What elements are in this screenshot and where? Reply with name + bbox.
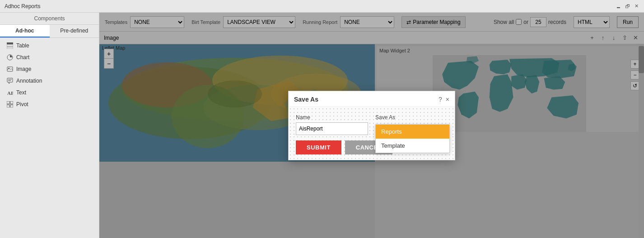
chart-icon (6, 54, 14, 61)
save-as-field-label: Save As (375, 114, 448, 121)
save-as-dropdown: Reports Template (375, 124, 450, 153)
dialog-title-bar: Save As ? × (289, 91, 455, 107)
dialog-title-icons: ? × (439, 96, 449, 103)
svg-rect-13 (10, 105, 13, 107)
svg-rect-10 (7, 101, 9, 104)
dialog-close-icon[interactable]: × (446, 96, 449, 103)
modal-overlay: Save As ? × Name Save As (99, 13, 644, 238)
sidebar-item-text[interactable]: AB Text (0, 87, 99, 98)
name-label: Name (296, 114, 368, 121)
name-input[interactable] (296, 122, 368, 135)
main-layout: Components Ad-hoc Pre-defined Table Char… (0, 13, 644, 238)
dialog-title: Save As (294, 96, 318, 103)
svg-rect-2 (7, 47, 13, 49)
dialog-saveas-section: Save As Reports Template (375, 114, 448, 135)
table-icon (6, 42, 14, 49)
svg-rect-6 (7, 78, 13, 82)
sidebar-items: Table Chart Image Annotation (0, 38, 99, 112)
sidebar-item-table[interactable]: Table (0, 40, 99, 51)
dialog-name-section: Name (296, 114, 368, 135)
svg-rect-0 (7, 42, 13, 44)
text-icon: AB (6, 89, 14, 96)
sidebar-tabs: Ad-hoc Pre-defined (0, 25, 99, 38)
save-as-option-reports[interactable]: Reports (376, 125, 449, 139)
svg-text:AB: AB (7, 90, 13, 96)
content-area: Templates NONE Birt Template LANDSCAPE V… (99, 13, 644, 238)
dialog-help-icon[interactable]: ? (439, 96, 442, 103)
annotation-icon (6, 77, 14, 84)
submit-button[interactable]: SUBMIT (296, 140, 341, 154)
minimize-icon[interactable]: 🗕 (615, 3, 621, 9)
sidebar-item-annotation[interactable]: Annotation (0, 75, 99, 87)
maximize-icon[interactable]: 🗗 (624, 3, 630, 9)
sidebar-item-chart[interactable]: Chart (0, 51, 99, 63)
pivot-icon (6, 101, 14, 108)
svg-rect-12 (7, 105, 9, 107)
title-bar-icons: 🗕 🗗 ✕ (615, 3, 639, 9)
tab-predefined[interactable]: Pre-defined (50, 25, 99, 37)
sidebar: Components Ad-hoc Pre-defined Table Char… (0, 13, 99, 238)
sidebar-header: Components (0, 13, 99, 25)
title-bar: Adhoc Reports 🗕 🗗 ✕ (0, 0, 644, 13)
app-title: Adhoc Reports (5, 3, 40, 9)
svg-rect-1 (7, 45, 13, 47)
save-as-dialog: Save As ? × Name Save As (288, 91, 455, 160)
tab-adhoc[interactable]: Ad-hoc (0, 25, 50, 37)
sidebar-item-pivot[interactable]: Pivot (0, 98, 99, 110)
dialog-body: Name Save As Reports Template (289, 107, 455, 135)
svg-rect-11 (10, 101, 13, 104)
image-icon (6, 65, 14, 73)
save-as-option-template[interactable]: Template (376, 139, 449, 153)
sidebar-item-image[interactable]: Image (0, 63, 99, 75)
close-icon[interactable]: ✕ (633, 3, 639, 9)
